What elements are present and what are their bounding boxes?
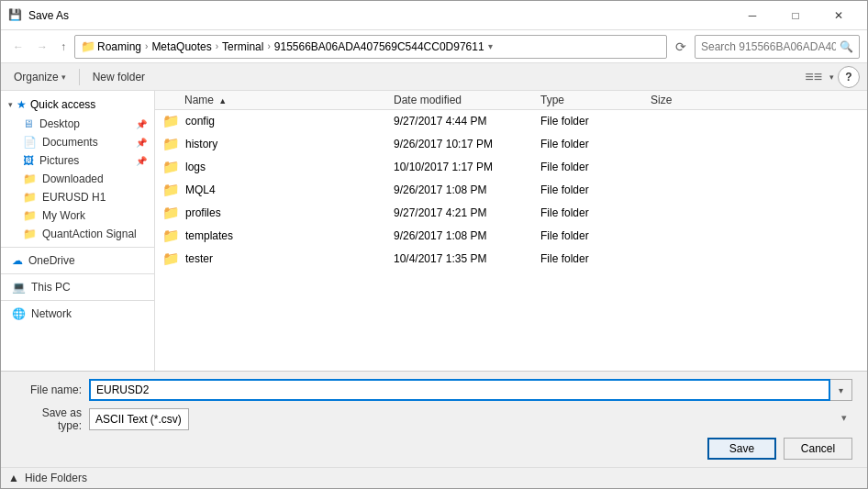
sidebar-item-thispc[interactable]: 💻 This PC: [1, 278, 154, 296]
onedrive-icon: ☁: [12, 254, 23, 267]
search-input[interactable]: [701, 40, 836, 53]
filename-dropdown-arrow[interactable]: ▾: [830, 379, 852, 401]
sidebar-item-pictures[interactable]: 🖼 Pictures 📌: [1, 151, 154, 170]
table-row[interactable]: 📁 logs 10/10/2017 1:17 PM File folder: [155, 156, 867, 179]
savetype-label: Save as type:: [16, 406, 89, 432]
col-date-header[interactable]: Date modified: [394, 94, 540, 106]
table-row[interactable]: 📁 MQL4 9/26/2017 1:08 PM File folder: [155, 179, 867, 202]
sidebar-item-downloaded[interactable]: 📁 Downloaded: [1, 170, 154, 188]
hide-folders-row[interactable]: ▲ Hide Folders: [1, 467, 867, 488]
file-rows-container: 📁 config 9/27/2017 4:44 PM File folder 📁…: [155, 110, 867, 271]
new-folder-button[interactable]: New folder: [87, 68, 150, 86]
toolbar: Organize ▾ New folder ≡≡ ▾ ?: [1, 63, 867, 91]
window-icon: 💾: [8, 8, 23, 23]
mywork-icon: 📁: [23, 209, 37, 222]
folder-icon: 📁: [162, 182, 180, 198]
refresh-button[interactable]: ⟳: [671, 37, 691, 57]
documents-icon: 📄: [23, 136, 37, 149]
new-folder-label: New folder: [93, 71, 145, 83]
sidebar-item-documents[interactable]: 📄 Documents 📌: [1, 133, 154, 151]
close-button[interactable]: ✕: [818, 1, 860, 30]
thispc-icon: 💻: [12, 281, 26, 294]
sidebar-divider-2: [1, 273, 154, 274]
file-name: config: [185, 115, 215, 128]
folder-icon: 📁: [162, 250, 180, 267]
address-bar: ← → ↑ 📁 Roaming › MetaQuotes › Terminal …: [1, 30, 867, 63]
folder-icon: 📁: [162, 113, 180, 129]
bottom-form: File name: ▾ Save as type: ASCII Text (*…: [1, 371, 867, 467]
sidebar-item-desktop-label: Desktop: [39, 117, 80, 130]
col-name-header[interactable]: Name ▲: [155, 94, 394, 106]
file-list-header: Name ▲ Date modified Type Size: [155, 91, 867, 110]
sidebar-item-eurusd[interactable]: 📁 EURUSD H1: [1, 188, 154, 206]
desktop-pin-icon: 📌: [136, 119, 147, 129]
file-name-cell: 📁 config: [155, 113, 394, 129]
sidebar-item-thispc-label: This PC: [31, 281, 71, 294]
file-type: File folder: [540, 115, 651, 128]
views-button[interactable]: ≡≡: [801, 67, 826, 87]
maximize-button[interactable]: □: [774, 1, 817, 30]
savetype-row: Save as type: ASCII Text (*.csv)CSV (*.c…: [16, 406, 852, 432]
file-type: File folder: [540, 138, 651, 150]
table-row[interactable]: 📁 history 9/26/2017 10:17 PM File folder: [155, 133, 867, 156]
address-box[interactable]: 📁 Roaming › MetaQuotes › Terminal › 9155…: [74, 35, 667, 59]
table-row[interactable]: 📁 templates 9/26/2017 1:08 PM File folde…: [155, 225, 867, 248]
folder-icon: 📁: [162, 205, 180, 221]
file-name: tester: [185, 252, 213, 265]
table-row[interactable]: 📁 tester 10/4/2017 1:35 PM File folder: [155, 248, 867, 271]
savetype-select[interactable]: ASCII Text (*.csv)CSV (*.csv)Text (*.txt…: [89, 408, 189, 430]
sidebar-item-mywork[interactable]: 📁 My Work: [1, 206, 154, 225]
toolbar-separator: [79, 69, 80, 85]
savetype-input-wrap: ASCII Text (*.csv)CSV (*.csv)Text (*.txt…: [89, 408, 852, 430]
file-type: File folder: [540, 183, 651, 196]
file-date: 9/26/2017 10:17 PM: [394, 138, 540, 150]
breadcrumb-sep-1: ›: [145, 41, 148, 51]
cancel-button[interactable]: Cancel: [784, 438, 852, 460]
sidebar: ▾ ★ Quick access 🖥 Desktop 📌 📄 Documents…: [1, 91, 155, 371]
breadcrumb-part-2: MetaQuotes: [151, 40, 211, 53]
organize-label: Organize: [14, 71, 59, 83]
help-button[interactable]: ?: [838, 66, 860, 88]
file-type: File folder: [540, 161, 651, 173]
main-content: ▾ ★ Quick access 🖥 Desktop 📌 📄 Documents…: [1, 91, 867, 371]
table-row[interactable]: 📁 profiles 9/27/2017 4:21 PM File folder: [155, 202, 867, 225]
table-row[interactable]: 📁 config 9/27/2017 4:44 PM File folder: [155, 110, 867, 133]
quick-access-header[interactable]: ▾ ★ Quick access: [1, 94, 154, 115]
sidebar-item-quantaction[interactable]: 📁 QuantAction Signal: [1, 225, 154, 243]
file-name-cell: 📁 history: [155, 136, 394, 152]
sidebar-item-quantaction-label: QuantAction Signal: [42, 228, 137, 240]
up-button[interactable]: ↑: [56, 38, 71, 56]
filename-row: File name: ▾: [16, 379, 852, 401]
sidebar-divider-3: [1, 300, 154, 301]
file-date: 10/4/2017 1:35 PM: [394, 252, 540, 265]
save-button-area: Save: [707, 438, 776, 460]
minimize-button[interactable]: ─: [731, 1, 773, 30]
save-button[interactable]: Save: [707, 438, 776, 460]
folder-icon: 📁: [162, 136, 180, 152]
quick-access-star-icon: ★: [17, 98, 27, 111]
file-name-cell: 📁 profiles: [155, 205, 394, 221]
sort-arrow: ▲: [218, 96, 227, 106]
organize-button[interactable]: Organize ▾: [8, 68, 72, 86]
forward-button[interactable]: →: [32, 38, 52, 56]
file-name-cell: 📁 logs: [155, 159, 394, 175]
filename-input[interactable]: [89, 379, 830, 401]
file-date: 9/27/2017 4:44 PM: [394, 115, 540, 128]
col-size-header[interactable]: Size: [651, 94, 724, 106]
sidebar-item-onedrive[interactable]: ☁ OneDrive: [1, 251, 154, 270]
breadcrumb-part-4: 915566BA06ADA407569C544CC0D97611: [274, 40, 484, 53]
breadcrumb-dropdown[interactable]: ▾: [488, 41, 493, 51]
window-controls: ─ □ ✕: [731, 1, 860, 30]
pictures-icon: 🖼: [23, 154, 34, 167]
file-type: File folder: [540, 229, 651, 242]
views-dropdown-icon: ▾: [829, 72, 834, 82]
sidebar-item-network[interactable]: 🌐 Network: [1, 305, 154, 323]
breadcrumb: 📁 Roaming › MetaQuotes › Terminal › 9155…: [81, 39, 495, 53]
back-button[interactable]: ←: [8, 38, 28, 56]
col-type-header[interactable]: Type: [540, 94, 651, 106]
quick-access-chevron: ▾: [8, 100, 13, 109]
desktop-icon: 🖥: [23, 117, 34, 130]
sidebar-item-eurusd-label: EURUSD H1: [42, 191, 106, 204]
sidebar-item-desktop[interactable]: 🖥 Desktop 📌: [1, 115, 154, 133]
breadcrumb-folder-icon: 📁: [81, 39, 95, 53]
